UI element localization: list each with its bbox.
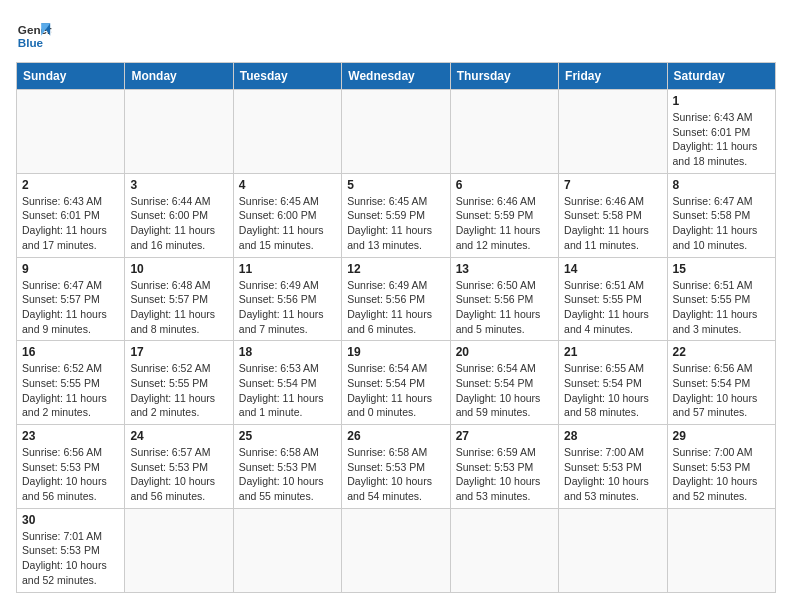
calendar-cell: 4Sunrise: 6:45 AM Sunset: 6:00 PM Daylig… [233, 173, 341, 257]
day-info: Sunrise: 6:53 AM Sunset: 5:54 PM Dayligh… [239, 361, 336, 420]
day-number: 15 [673, 262, 770, 276]
calendar-cell: 10Sunrise: 6:48 AM Sunset: 5:57 PM Dayli… [125, 257, 233, 341]
day-info: Sunrise: 6:43 AM Sunset: 6:01 PM Dayligh… [22, 194, 119, 253]
calendar-cell: 11Sunrise: 6:49 AM Sunset: 5:56 PM Dayli… [233, 257, 341, 341]
calendar-cell: 17Sunrise: 6:52 AM Sunset: 5:55 PM Dayli… [125, 341, 233, 425]
day-info: Sunrise: 6:58 AM Sunset: 5:53 PM Dayligh… [239, 445, 336, 504]
day-info: Sunrise: 6:58 AM Sunset: 5:53 PM Dayligh… [347, 445, 444, 504]
day-info: Sunrise: 6:46 AM Sunset: 5:59 PM Dayligh… [456, 194, 553, 253]
calendar-cell [559, 508, 667, 592]
day-info: Sunrise: 6:47 AM Sunset: 5:57 PM Dayligh… [22, 278, 119, 337]
weekday-saturday: Saturday [667, 63, 775, 90]
weekday-friday: Friday [559, 63, 667, 90]
calendar-cell: 25Sunrise: 6:58 AM Sunset: 5:53 PM Dayli… [233, 425, 341, 509]
day-number: 17 [130, 345, 227, 359]
calendar-cell: 13Sunrise: 6:50 AM Sunset: 5:56 PM Dayli… [450, 257, 558, 341]
day-number: 9 [22, 262, 119, 276]
calendar-week-2: 2Sunrise: 6:43 AM Sunset: 6:01 PM Daylig… [17, 173, 776, 257]
day-info: Sunrise: 6:45 AM Sunset: 6:00 PM Dayligh… [239, 194, 336, 253]
calendar-cell: 26Sunrise: 6:58 AM Sunset: 5:53 PM Dayli… [342, 425, 450, 509]
day-number: 25 [239, 429, 336, 443]
day-info: Sunrise: 7:00 AM Sunset: 5:53 PM Dayligh… [564, 445, 661, 504]
calendar-cell: 24Sunrise: 6:57 AM Sunset: 5:53 PM Dayli… [125, 425, 233, 509]
calendar-cell [559, 90, 667, 174]
calendar-cell [17, 90, 125, 174]
calendar: SundayMondayTuesdayWednesdayThursdayFrid… [16, 62, 776, 593]
day-info: Sunrise: 6:48 AM Sunset: 5:57 PM Dayligh… [130, 278, 227, 337]
day-number: 21 [564, 345, 661, 359]
day-number: 16 [22, 345, 119, 359]
calendar-cell: 22Sunrise: 6:56 AM Sunset: 5:54 PM Dayli… [667, 341, 775, 425]
calendar-cell [342, 508, 450, 592]
calendar-cell: 20Sunrise: 6:54 AM Sunset: 5:54 PM Dayli… [450, 341, 558, 425]
day-info: Sunrise: 7:01 AM Sunset: 5:53 PM Dayligh… [22, 529, 119, 588]
calendar-week-4: 16Sunrise: 6:52 AM Sunset: 5:55 PM Dayli… [17, 341, 776, 425]
calendar-cell [667, 508, 775, 592]
calendar-cell: 16Sunrise: 6:52 AM Sunset: 5:55 PM Dayli… [17, 341, 125, 425]
day-number: 30 [22, 513, 119, 527]
calendar-week-5: 23Sunrise: 6:56 AM Sunset: 5:53 PM Dayli… [17, 425, 776, 509]
day-info: Sunrise: 6:56 AM Sunset: 5:54 PM Dayligh… [673, 361, 770, 420]
day-info: Sunrise: 6:43 AM Sunset: 6:01 PM Dayligh… [673, 110, 770, 169]
calendar-cell: 19Sunrise: 6:54 AM Sunset: 5:54 PM Dayli… [342, 341, 450, 425]
calendar-cell: 8Sunrise: 6:47 AM Sunset: 5:58 PM Daylig… [667, 173, 775, 257]
day-info: Sunrise: 6:45 AM Sunset: 5:59 PM Dayligh… [347, 194, 444, 253]
day-number: 5 [347, 178, 444, 192]
weekday-tuesday: Tuesday [233, 63, 341, 90]
day-info: Sunrise: 6:44 AM Sunset: 6:00 PM Dayligh… [130, 194, 227, 253]
logo-icon: General Blue [16, 16, 52, 52]
day-info: Sunrise: 6:54 AM Sunset: 5:54 PM Dayligh… [347, 361, 444, 420]
day-number: 12 [347, 262, 444, 276]
day-number: 20 [456, 345, 553, 359]
day-number: 2 [22, 178, 119, 192]
calendar-cell [233, 90, 341, 174]
day-info: Sunrise: 6:52 AM Sunset: 5:55 PM Dayligh… [22, 361, 119, 420]
day-number: 13 [456, 262, 553, 276]
calendar-cell: 3Sunrise: 6:44 AM Sunset: 6:00 PM Daylig… [125, 173, 233, 257]
calendar-cell: 23Sunrise: 6:56 AM Sunset: 5:53 PM Dayli… [17, 425, 125, 509]
day-number: 4 [239, 178, 336, 192]
calendar-cell: 9Sunrise: 6:47 AM Sunset: 5:57 PM Daylig… [17, 257, 125, 341]
calendar-cell: 12Sunrise: 6:49 AM Sunset: 5:56 PM Dayli… [342, 257, 450, 341]
calendar-cell: 14Sunrise: 6:51 AM Sunset: 5:55 PM Dayli… [559, 257, 667, 341]
day-number: 14 [564, 262, 661, 276]
day-info: Sunrise: 7:00 AM Sunset: 5:53 PM Dayligh… [673, 445, 770, 504]
day-info: Sunrise: 6:49 AM Sunset: 5:56 PM Dayligh… [239, 278, 336, 337]
calendar-cell [342, 90, 450, 174]
day-info: Sunrise: 6:59 AM Sunset: 5:53 PM Dayligh… [456, 445, 553, 504]
day-info: Sunrise: 6:57 AM Sunset: 5:53 PM Dayligh… [130, 445, 227, 504]
day-info: Sunrise: 6:56 AM Sunset: 5:53 PM Dayligh… [22, 445, 119, 504]
day-number: 23 [22, 429, 119, 443]
calendar-week-3: 9Sunrise: 6:47 AM Sunset: 5:57 PM Daylig… [17, 257, 776, 341]
svg-text:Blue: Blue [18, 36, 44, 49]
day-info: Sunrise: 6:49 AM Sunset: 5:56 PM Dayligh… [347, 278, 444, 337]
day-info: Sunrise: 6:46 AM Sunset: 5:58 PM Dayligh… [564, 194, 661, 253]
calendar-cell: 28Sunrise: 7:00 AM Sunset: 5:53 PM Dayli… [559, 425, 667, 509]
calendar-week-6: 30Sunrise: 7:01 AM Sunset: 5:53 PM Dayli… [17, 508, 776, 592]
calendar-cell: 1Sunrise: 6:43 AM Sunset: 6:01 PM Daylig… [667, 90, 775, 174]
calendar-cell: 27Sunrise: 6:59 AM Sunset: 5:53 PM Dayli… [450, 425, 558, 509]
day-info: Sunrise: 6:51 AM Sunset: 5:55 PM Dayligh… [564, 278, 661, 337]
calendar-cell [450, 90, 558, 174]
day-number: 11 [239, 262, 336, 276]
day-number: 6 [456, 178, 553, 192]
day-number: 28 [564, 429, 661, 443]
day-number: 3 [130, 178, 227, 192]
header: General Blue [16, 16, 776, 52]
calendar-cell [233, 508, 341, 592]
day-number: 26 [347, 429, 444, 443]
day-number: 29 [673, 429, 770, 443]
day-number: 7 [564, 178, 661, 192]
logo: General Blue [16, 16, 52, 52]
day-number: 10 [130, 262, 227, 276]
day-number: 1 [673, 94, 770, 108]
calendar-cell: 5Sunrise: 6:45 AM Sunset: 5:59 PM Daylig… [342, 173, 450, 257]
calendar-cell: 18Sunrise: 6:53 AM Sunset: 5:54 PM Dayli… [233, 341, 341, 425]
calendar-week-1: 1Sunrise: 6:43 AM Sunset: 6:01 PM Daylig… [17, 90, 776, 174]
calendar-cell [125, 508, 233, 592]
calendar-cell [125, 90, 233, 174]
calendar-cell: 6Sunrise: 6:46 AM Sunset: 5:59 PM Daylig… [450, 173, 558, 257]
day-info: Sunrise: 6:50 AM Sunset: 5:56 PM Dayligh… [456, 278, 553, 337]
day-number: 24 [130, 429, 227, 443]
day-info: Sunrise: 6:54 AM Sunset: 5:54 PM Dayligh… [456, 361, 553, 420]
